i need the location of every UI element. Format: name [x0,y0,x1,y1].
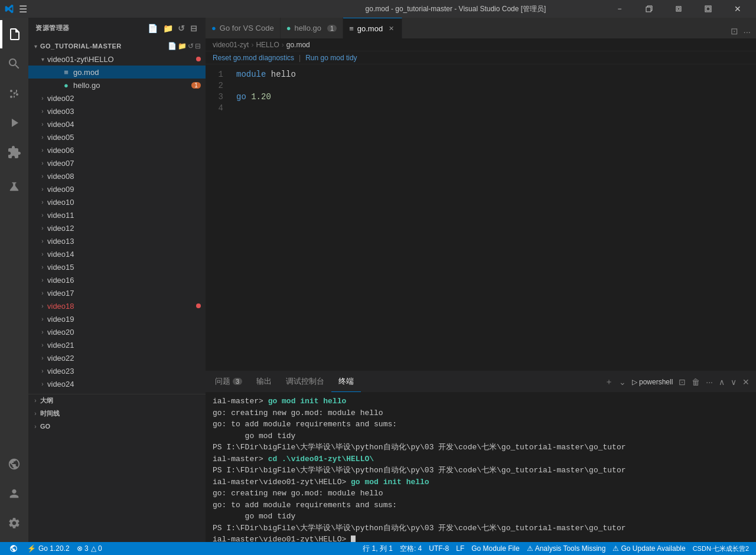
tree-item-video10[interactable]: ›video10 [28,195,206,208]
split-editor-icon[interactable]: ⊡ [729,24,740,38]
tree-item-video01[interactable]: ▾ video01-zyt\HELLO [28,53,206,66]
spaces-text: 空格: 4 [400,544,422,554]
maximize-button[interactable] [695,0,722,18]
tree-item-video18[interactable]: › video18 [28,299,206,312]
status-spaces[interactable]: 空格: 4 [396,542,425,555]
status-go-version[interactable]: ⚡ Go 1.20.2 [24,542,73,555]
tree-item-video06[interactable]: ›video06 [28,143,206,156]
restore2-button[interactable] [665,0,692,18]
panel-tab-terminal[interactable]: 终端 [331,371,361,392]
tree-item-video24[interactable]: ›video24 [28,377,206,390]
tree-item-video16[interactable]: ›video16 [28,273,206,286]
tab-goforvscode[interactable]: ● Go for VS Code [206,18,281,38]
refresh-icon[interactable]: ↺ [177,22,187,34]
close-button[interactable]: ✕ [724,0,751,18]
chevron-right-icon: › [38,186,47,192]
output-label: 输出 [256,376,272,387]
tree-item-video22[interactable]: ›video22 [28,351,206,364]
search-activity-icon[interactable] [0,50,28,78]
tree-item-video12[interactable]: ›video12 [28,221,206,234]
tree-item-video14[interactable]: ›video14 [28,247,206,260]
breadcrumb-video01[interactable]: video01-zyt [213,41,249,49]
status-line-ending[interactable]: LF [452,542,468,555]
panel-close-icon[interactable]: ✕ [741,376,751,389]
main-layout: 资源管理器 📄 📁 ↺ ⊟ ▾ GO_TUTORIAL-MASTER 📄 📁 ↺… [0,18,756,542]
tree-item-video09[interactable]: ›video09 [28,182,206,195]
tree-item-video21[interactable]: ›video21 [28,338,206,351]
breadcrumb-hello[interactable]: HELLO [256,41,279,49]
tree-item-go[interactable]: › GO [28,420,206,433]
minimize-button[interactable]: − [606,0,633,18]
terminal-content[interactable]: ial-master> go mod init hello go: creati… [206,392,756,542]
run-debug-activity-icon[interactable] [0,109,28,137]
tree-item-video13[interactable]: ›video13 [28,234,206,247]
status-language[interactable]: Go Module File [468,542,523,555]
panel-tab-debug[interactable]: 调试控制台 [279,371,331,392]
status-csdn[interactable]: CSDN·七米成长营2 [689,542,752,555]
language-text: Go Module File [471,544,519,553]
trash-icon[interactable]: 🗑 [690,376,702,389]
restore-button[interactable] [636,0,663,18]
explorer-activity-icon[interactable] [0,20,28,48]
chevron-down-icon[interactable]: ⌄ [617,376,628,389]
source-control-activity-icon[interactable] [0,79,28,107]
tree-item-video05[interactable]: ›video05 [28,130,206,143]
settings-activity-icon[interactable] [0,509,28,537]
tree-item-dagonao[interactable]: › 大纲 [28,394,206,407]
more-panel-icon[interactable]: ··· [704,376,715,389]
tree-item-hellogo[interactable]: ● hello.go 1 [28,79,206,92]
tab-hellogo[interactable]: ● hello.go 1 [281,18,344,38]
tab-close-button[interactable]: ✕ [386,24,396,33]
panel-tab-output[interactable]: 输出 [249,371,279,392]
panel-tab-problems[interactable]: 问题 3 [208,371,249,392]
split-terminal-icon[interactable]: ⊡ [677,376,687,389]
tree-item-video20[interactable]: ›video20 [28,325,206,338]
code-area[interactable]: module hello go 1.20 [229,64,756,371]
hellogo-tab-icon: ● [286,24,291,32]
file-tree: ▾ GO_TUTORIAL-MASTER 📄 📁 ↺ ⊟ ▾ video01-z… [28,38,206,391]
new-folder-icon[interactable]: 📁 [162,22,175,34]
collapse-icon-tree: ⊟ [195,42,201,50]
status-remote[interactable] [4,542,24,555]
new-file-icon[interactable]: 📄 [146,22,159,34]
tree-item-timeline[interactable]: › 时间线 [28,407,206,420]
run-gomod-tidy-link[interactable]: Run go mod tidy [305,54,357,62]
add-terminal-icon[interactable]: ＋ [603,375,615,389]
tree-root-item[interactable]: ▾ GO_TUTORIAL-MASTER 📄 📁 ↺ ⊟ [28,40,206,53]
status-errors[interactable]: ⊗ 3 △ 0 [73,542,106,555]
reset-gomod-link[interactable]: Reset go.mod diagnostics [213,54,294,62]
svg-rect-4 [706,7,710,11]
hamburger-menu[interactable]: ☰ [19,4,27,15]
tree-item-video08[interactable]: ›video08 [28,169,206,182]
tree-item-video04[interactable]: ›video04 [28,117,206,130]
breadcrumb-gomod[interactable]: go.mod [286,41,310,49]
tree-item-video03[interactable]: ›video03 [28,105,206,117]
status-analysis-tools[interactable]: ⚠ Analysis Tools Missing [523,544,610,553]
extensions-activity-icon[interactable] [0,138,28,166]
tree-item-video17[interactable]: ›video17 [28,286,206,299]
panel-up-icon[interactable]: ∧ [717,376,726,389]
panel-down-icon[interactable]: ∨ [729,376,738,389]
chevron-right-icon: › [38,238,47,244]
chevron-right-icon: › [38,316,47,322]
collapse-all-icon[interactable]: ⊟ [189,22,199,34]
tree-item-video23[interactable]: ›video23 [28,364,206,377]
tree-item-gomod[interactable]: ≡ go.mod [28,66,206,79]
sidebar-header-icons: 📄 📁 ↺ ⊟ [146,22,198,34]
status-go-update[interactable]: ⚠ Go Update Available [609,544,689,553]
tab-gomod[interactable]: ≡ go.mod ✕ [343,18,402,38]
account-activity-icon[interactable] [0,479,28,508]
status-encoding[interactable]: UTF-8 [425,542,452,555]
debug-label: 调试控制台 [286,376,324,387]
testing-activity-icon[interactable] [0,172,28,201]
status-line-col[interactable]: 行 1, 列 1 [359,542,396,555]
remote-activity-icon[interactable] [0,450,28,478]
more-actions-icon[interactable]: ··· [741,25,752,38]
tree-item-video19[interactable]: ›video19 [28,312,206,325]
terminal-line: ial-master> go mod init hello [213,396,749,407]
tree-item-video11[interactable]: ›video11 [28,208,206,221]
tree-item-video07[interactable]: ›video07 [28,156,206,169]
tree-item-video02[interactable]: ›video02 [28,92,206,105]
tree-item-video15[interactable]: ›video15 [28,260,206,273]
chevron-right-icon: › [38,199,47,205]
